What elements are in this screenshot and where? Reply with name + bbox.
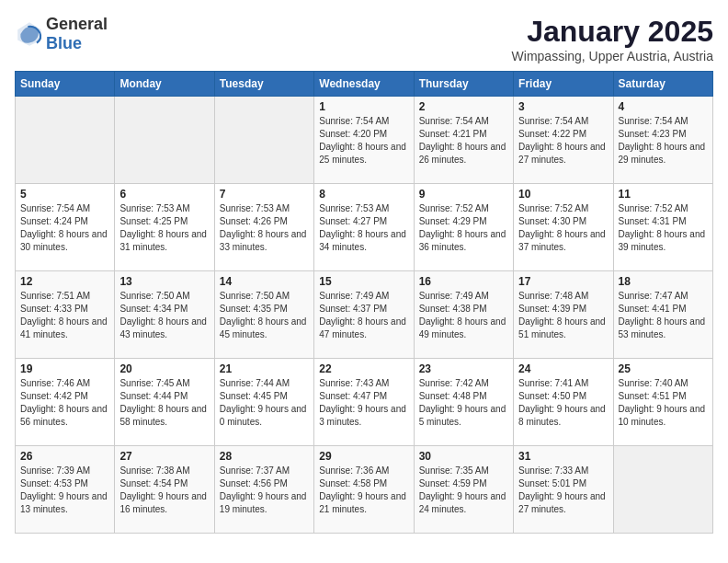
day-info: Sunrise: 7:52 AM Sunset: 4:31 PM Dayligh…	[619, 202, 708, 254]
day-number: 9	[419, 188, 508, 201]
calendar-cell: 4Sunrise: 7:54 AM Sunset: 4:23 PM Daylig…	[613, 97, 712, 184]
day-info: Sunrise: 7:50 AM Sunset: 4:35 PM Dayligh…	[220, 290, 309, 341]
column-header-sunday: Sunday	[16, 72, 115, 97]
calendar-cell	[16, 97, 115, 184]
calendar-cell: 31Sunrise: 7:33 AM Sunset: 5:01 PM Dayli…	[514, 446, 613, 534]
calendar-cell: 29Sunrise: 7:36 AM Sunset: 4:58 PM Dayli…	[314, 446, 414, 534]
day-info: Sunrise: 7:54 AM Sunset: 4:22 PM Dayligh…	[518, 115, 608, 167]
calendar-cell: 23Sunrise: 7:42 AM Sunset: 4:48 PM Dayli…	[414, 359, 513, 446]
page-header: General Blue January 2025 Wimpassing, Up…	[15, 15, 713, 63]
day-info: Sunrise: 7:39 AM Sunset: 4:53 PM Dayligh…	[20, 465, 109, 516]
day-info: Sunrise: 7:42 AM Sunset: 4:48 PM Dayligh…	[419, 377, 508, 429]
day-info: Sunrise: 7:33 AM Sunset: 5:01 PM Dayligh…	[518, 465, 608, 516]
day-number: 20	[119, 362, 209, 375]
day-number: 31	[518, 450, 608, 463]
calendar-cell: 19Sunrise: 7:46 AM Sunset: 4:42 PM Dayli…	[16, 359, 115, 446]
calendar-cell: 28Sunrise: 7:37 AM Sunset: 4:56 PM Dayli…	[214, 446, 313, 534]
calendar-cell: 2Sunrise: 7:54 AM Sunset: 4:21 PM Daylig…	[414, 97, 513, 184]
column-header-tuesday: Tuesday	[214, 72, 313, 97]
day-number: 28	[220, 450, 309, 463]
day-info: Sunrise: 7:37 AM Sunset: 4:56 PM Dayligh…	[220, 465, 309, 516]
calendar-cell: 7Sunrise: 7:53 AM Sunset: 4:26 PM Daylig…	[214, 184, 313, 271]
day-info: Sunrise: 7:41 AM Sunset: 4:50 PM Dayligh…	[518, 377, 608, 429]
calendar-cell: 30Sunrise: 7:35 AM Sunset: 4:59 PM Dayli…	[414, 446, 513, 534]
day-info: Sunrise: 7:45 AM Sunset: 4:44 PM Dayligh…	[119, 377, 209, 429]
calendar-cell: 21Sunrise: 7:44 AM Sunset: 4:45 PM Dayli…	[214, 359, 313, 446]
day-info: Sunrise: 7:52 AM Sunset: 4:29 PM Dayligh…	[419, 202, 508, 254]
day-number: 2	[419, 100, 508, 113]
location-subtitle: Wimpassing, Upper Austria, Austria	[512, 49, 713, 63]
day-info: Sunrise: 7:47 AM Sunset: 4:41 PM Dayligh…	[619, 290, 708, 341]
calendar-cell: 17Sunrise: 7:48 AM Sunset: 4:39 PM Dayli…	[514, 271, 613, 359]
calendar-cell: 12Sunrise: 7:51 AM Sunset: 4:33 PM Dayli…	[16, 271, 115, 359]
day-number: 6	[119, 188, 209, 201]
calendar-cell	[115, 97, 214, 184]
calendar-cell	[613, 446, 712, 534]
day-info: Sunrise: 7:54 AM Sunset: 4:21 PM Dayligh…	[419, 115, 508, 167]
calendar-cell: 25Sunrise: 7:40 AM Sunset: 4:51 PM Dayli…	[613, 359, 712, 446]
day-info: Sunrise: 7:46 AM Sunset: 4:42 PM Dayligh…	[20, 377, 109, 429]
day-number: 27	[119, 450, 209, 463]
column-header-friday: Friday	[514, 72, 613, 97]
day-number: 23	[419, 362, 508, 375]
day-info: Sunrise: 7:36 AM Sunset: 4:58 PM Dayligh…	[319, 465, 408, 516]
day-info: Sunrise: 7:35 AM Sunset: 4:59 PM Dayligh…	[419, 465, 508, 516]
day-info: Sunrise: 7:51 AM Sunset: 4:33 PM Dayligh…	[20, 290, 109, 341]
calendar-week-row: 5Sunrise: 7:54 AM Sunset: 4:24 PM Daylig…	[16, 184, 713, 271]
day-number: 18	[619, 275, 708, 288]
day-number: 3	[518, 100, 608, 113]
column-header-thursday: Thursday	[414, 72, 513, 97]
month-title: January 2025	[512, 15, 713, 49]
logo-blue-text: Blue	[46, 34, 82, 52]
column-header-wednesday: Wednesday	[314, 72, 414, 97]
day-number: 1	[319, 100, 408, 113]
day-number: 14	[220, 275, 309, 288]
calendar-cell: 16Sunrise: 7:49 AM Sunset: 4:38 PM Dayli…	[414, 271, 513, 359]
title-block: January 2025 Wimpassing, Upper Austria, …	[512, 15, 713, 63]
day-number: 19	[20, 362, 109, 375]
calendar-cell: 22Sunrise: 7:43 AM Sunset: 4:47 PM Dayli…	[314, 359, 414, 446]
day-info: Sunrise: 7:53 AM Sunset: 4:26 PM Dayligh…	[220, 202, 309, 254]
day-info: Sunrise: 7:48 AM Sunset: 4:39 PM Dayligh…	[518, 290, 608, 341]
calendar-week-row: 19Sunrise: 7:46 AM Sunset: 4:42 PM Dayli…	[16, 359, 713, 446]
calendar-cell: 8Sunrise: 7:53 AM Sunset: 4:27 PM Daylig…	[314, 184, 414, 271]
calendar-cell: 1Sunrise: 7:54 AM Sunset: 4:20 PM Daylig…	[314, 97, 414, 184]
logo: General Blue	[15, 15, 108, 53]
calendar-cell: 13Sunrise: 7:50 AM Sunset: 4:34 PM Dayli…	[115, 271, 214, 359]
day-number: 29	[319, 450, 408, 463]
calendar-week-row: 26Sunrise: 7:39 AM Sunset: 4:53 PM Dayli…	[16, 446, 713, 534]
calendar-cell: 6Sunrise: 7:53 AM Sunset: 4:25 PM Daylig…	[115, 184, 214, 271]
day-info: Sunrise: 7:54 AM Sunset: 4:20 PM Dayligh…	[319, 115, 408, 167]
calendar-cell: 11Sunrise: 7:52 AM Sunset: 4:31 PM Dayli…	[613, 184, 712, 271]
day-info: Sunrise: 7:40 AM Sunset: 4:51 PM Dayligh…	[619, 377, 708, 429]
calendar-cell: 18Sunrise: 7:47 AM Sunset: 4:41 PM Dayli…	[613, 271, 712, 359]
day-number: 4	[619, 100, 708, 113]
day-number: 15	[319, 275, 408, 288]
day-info: Sunrise: 7:38 AM Sunset: 4:54 PM Dayligh…	[119, 465, 209, 516]
day-info: Sunrise: 7:49 AM Sunset: 4:38 PM Dayligh…	[419, 290, 508, 341]
day-info: Sunrise: 7:43 AM Sunset: 4:47 PM Dayligh…	[319, 377, 408, 429]
calendar-header-row: SundayMondayTuesdayWednesdayThursdayFrid…	[16, 72, 713, 97]
day-info: Sunrise: 7:49 AM Sunset: 4:37 PM Dayligh…	[319, 290, 408, 341]
day-info: Sunrise: 7:54 AM Sunset: 4:23 PM Dayligh…	[619, 115, 708, 167]
column-header-saturday: Saturday	[613, 72, 712, 97]
day-number: 8	[319, 188, 408, 201]
day-info: Sunrise: 7:54 AM Sunset: 4:24 PM Dayligh…	[20, 202, 109, 254]
day-number: 30	[419, 450, 508, 463]
day-number: 10	[518, 188, 608, 201]
calendar-cell: 24Sunrise: 7:41 AM Sunset: 4:50 PM Dayli…	[514, 359, 613, 446]
column-header-monday: Monday	[115, 72, 214, 97]
calendar-cell: 27Sunrise: 7:38 AM Sunset: 4:54 PM Dayli…	[115, 446, 214, 534]
day-info: Sunrise: 7:53 AM Sunset: 4:27 PM Dayligh…	[319, 202, 408, 254]
day-number: 5	[20, 188, 109, 201]
calendar-cell: 14Sunrise: 7:50 AM Sunset: 4:35 PM Dayli…	[214, 271, 313, 359]
day-number: 22	[319, 362, 408, 375]
calendar-week-row: 1Sunrise: 7:54 AM Sunset: 4:20 PM Daylig…	[16, 97, 713, 184]
day-info: Sunrise: 7:44 AM Sunset: 4:45 PM Dayligh…	[220, 377, 309, 429]
day-number: 24	[518, 362, 608, 375]
day-number: 21	[220, 362, 309, 375]
calendar-cell	[214, 97, 313, 184]
day-number: 7	[220, 188, 309, 201]
day-info: Sunrise: 7:52 AM Sunset: 4:30 PM Dayligh…	[518, 202, 608, 254]
day-number: 13	[119, 275, 209, 288]
